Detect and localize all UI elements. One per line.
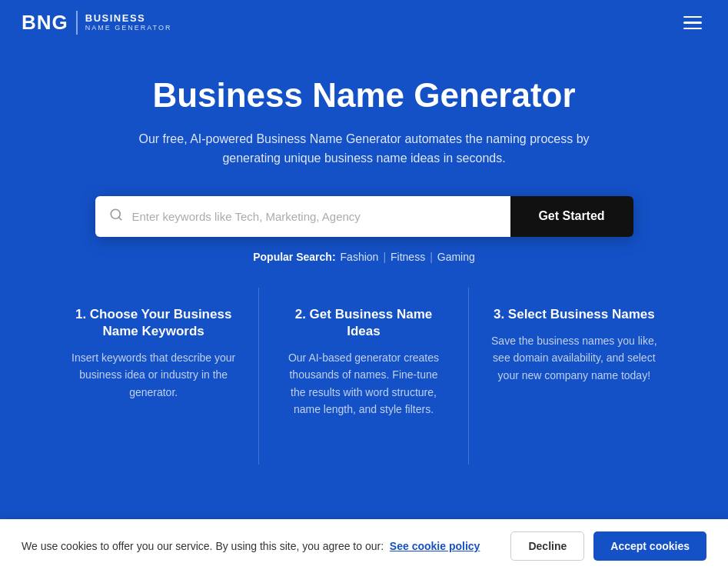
- step-3-title: 3. Select Business Names: [490, 306, 657, 323]
- logo-text-top: BUSINESS: [85, 13, 172, 24]
- cookie-text: We use cookies to offer you our service.…: [22, 540, 495, 552]
- hamburger-line-2: [683, 22, 702, 24]
- step-1-title: 1. Choose Your Business Name Keywords: [71, 306, 237, 340]
- step-2-title: 2. Get Business Name Ideas: [281, 306, 447, 340]
- search-bar: Get Started: [95, 196, 633, 237]
- cookie-banner: We use cookies to offer you our service.…: [0, 519, 728, 573]
- hero-title: Business Name Generator: [15, 76, 713, 115]
- hamburger-line-1: [683, 16, 702, 18]
- step-1-description: Insert keywords that describe your busin…: [71, 349, 237, 401]
- cookie-buttons: Decline Accept cookies: [510, 531, 706, 561]
- hamburger-line-3: [683, 28, 702, 30]
- step-1: 1. Choose Your Business Name Keywords In…: [49, 288, 259, 465]
- logo[interactable]: BNG BUSINESS NAME GENERATOR: [22, 11, 171, 35]
- separator-1: |: [383, 251, 386, 263]
- steps-section: 1. Choose Your Business Name Keywords In…: [34, 288, 695, 465]
- search-input-area: [95, 196, 510, 237]
- decline-button[interactable]: Decline: [510, 531, 584, 561]
- step-2: 2. Get Business Name Ideas Our AI-based …: [259, 288, 469, 465]
- popular-search-label: Popular Search:: [253, 251, 335, 263]
- svg-line-1: [118, 217, 121, 219]
- header: BNG BUSINESS NAME GENERATOR: [0, 0, 728, 45]
- search-input[interactable]: [132, 196, 497, 237]
- search-icon: [109, 208, 123, 225]
- logo-text-bottom: NAME GENERATOR: [85, 25, 172, 32]
- hamburger-menu[interactable]: [679, 12, 706, 35]
- get-started-button[interactable]: Get Started: [510, 196, 633, 237]
- popular-search-fashion[interactable]: Fashion: [341, 251, 379, 263]
- logo-bng: BNG: [22, 11, 78, 35]
- separator-2: |: [430, 251, 433, 263]
- popular-search-fitness[interactable]: Fitness: [391, 251, 425, 263]
- step-3-description: Save the business names you like, see do…: [490, 332, 657, 384]
- hero-subtitle: Our free, AI-powered Business Name Gener…: [118, 129, 610, 168]
- hero-section: Business Name Generator Our free, AI-pow…: [0, 45, 728, 488]
- cookie-policy-link[interactable]: See cookie policy: [390, 540, 480, 552]
- step-3: 3. Select Business Names Save the busine…: [469, 288, 679, 465]
- step-2-description: Our AI-based generator creates thousands…: [281, 349, 447, 418]
- popular-search-gaming[interactable]: Gaming: [437, 251, 475, 263]
- accept-cookies-button[interactable]: Accept cookies: [593, 531, 706, 561]
- popular-search: Popular Search: Fashion | Fitness | Gami…: [15, 251, 713, 263]
